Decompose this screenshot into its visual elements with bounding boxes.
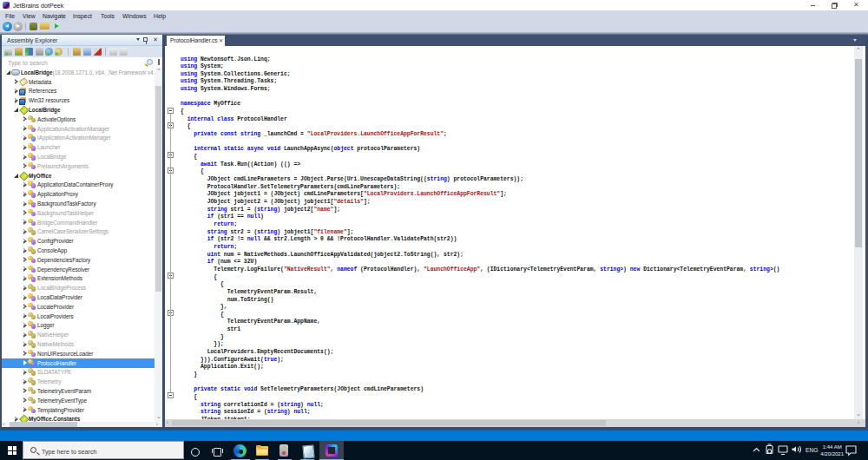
svg-text:ENG: ENG [806,447,818,453]
